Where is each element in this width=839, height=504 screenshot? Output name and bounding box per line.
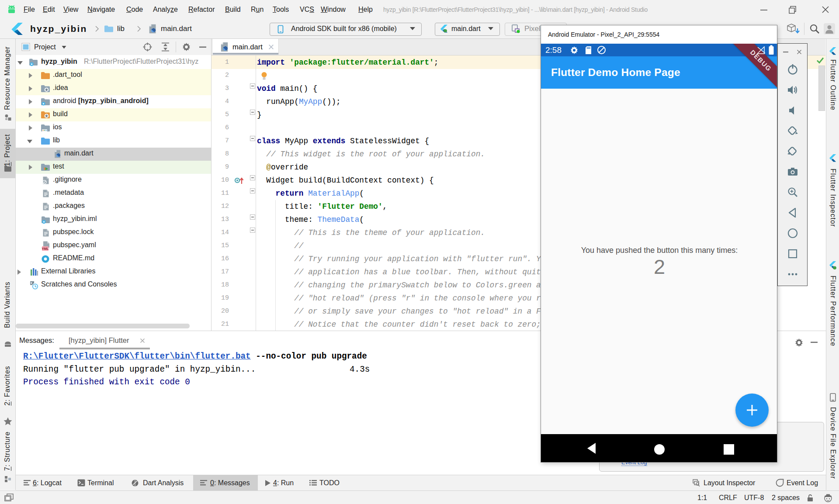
svg-text:YML: YML <box>42 247 49 251</box>
